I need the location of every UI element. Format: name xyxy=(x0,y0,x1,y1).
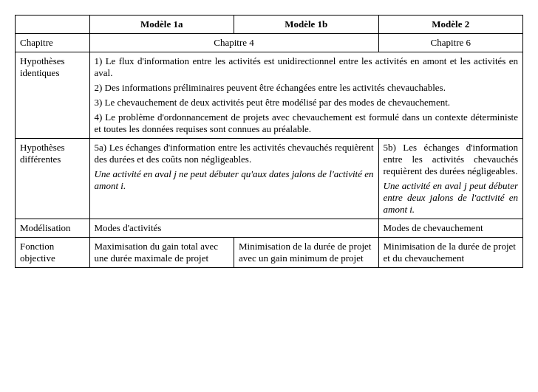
hyp-differentes-1a1b: 5a) Les échanges d'information entre les… xyxy=(89,139,378,219)
hyp-differentes-2: 5b) Les échanges d'information entre les… xyxy=(378,139,523,219)
hyp-differentes-label: Hypothèses différentes xyxy=(16,139,90,219)
hyp-differentes-2-p1: 5b) Les échanges d'information entre les… xyxy=(384,142,519,177)
comparison-table-wrapper: Modèle 1a Modèle 1b Modèle 2 Chapitre Ch… xyxy=(15,15,523,268)
chapitre-row: Chapitre Chapitre 4 Chapitre 6 xyxy=(16,34,523,52)
modelisation-2: Modes de chevauchement xyxy=(378,219,523,238)
hyp-differentes-1a1b-p2: Une activité en aval j ne peut débuter q… xyxy=(95,168,374,192)
modelisation-label: Modélisation xyxy=(16,219,90,238)
modelisation-1a1b: Modes d'activités xyxy=(89,219,378,238)
hyp-identiques-row: Hypothèses identiques 1) Le flux d'infor… xyxy=(16,52,523,139)
hyp-identiques-p1: 1) Le flux d'information entre les activ… xyxy=(95,55,518,79)
hyp-identiques-label: Hypothèses identiques xyxy=(16,52,90,139)
modele1b-header: Modèle 1b xyxy=(234,16,378,34)
modele1a-header: Modèle 1a xyxy=(89,16,234,34)
chapitre-label: Chapitre xyxy=(16,34,90,52)
fonction-objective-label: Fonction objective xyxy=(16,238,90,268)
hyp-identiques-p3: 3) Le chevauchement de deux activités pe… xyxy=(95,97,518,109)
header-row: Modèle 1a Modèle 1b Modèle 2 xyxy=(16,16,523,34)
fonction-objective-2: Minimisation de la durée de projet et du… xyxy=(378,238,523,268)
comparison-table: Modèle 1a Modèle 1b Modèle 2 Chapitre Ch… xyxy=(15,15,523,268)
hyp-differentes-1a1b-p1: 5a) Les échanges d'information entre les… xyxy=(95,142,374,165)
empty-header xyxy=(16,16,90,34)
hyp-identiques-content: 1) Le flux d'information entre les activ… xyxy=(89,52,522,139)
hyp-identiques-p4: 4) Le problème d'ordonnancement de proje… xyxy=(95,111,518,135)
chapitre-2: Chapitre 6 xyxy=(378,34,523,52)
modelisation-row: Modélisation Modes d'activités Modes de … xyxy=(16,219,523,238)
fonction-objective-1a: Maximisation du gain total avec une duré… xyxy=(89,238,234,268)
modele2-header: Modèle 2 xyxy=(378,16,523,34)
chapitre-1a-1b: Chapitre 4 xyxy=(89,34,378,52)
hyp-identiques-p2: 2) Des informations préliminaires peuven… xyxy=(95,82,518,94)
hyp-differentes-row: Hypothèses différentes 5a) Les échanges … xyxy=(16,139,523,219)
fonction-objective-1b: Minimisation de la durée de projet avec … xyxy=(234,238,378,268)
hyp-differentes-2-p2: Une activité en aval j peut débuter entr… xyxy=(384,180,519,216)
fonction-objective-row: Fonction objective Maximisation du gain … xyxy=(16,238,523,268)
